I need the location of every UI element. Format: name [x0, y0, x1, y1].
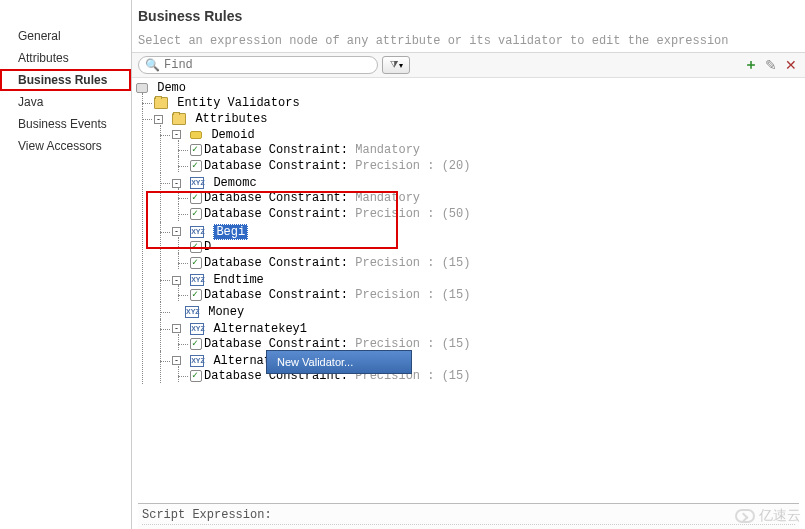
check-icon [190, 144, 202, 156]
collapse-toggle[interactable]: - [172, 130, 181, 139]
add-button[interactable]: ＋ [743, 57, 759, 73]
sidebar-item-attributes[interactable]: Attributes [0, 47, 131, 69]
tree-area[interactable]: Demo Entity Validators - Attributes [132, 78, 805, 499]
tree-attr-money[interactable]: XYZ Money [172, 304, 801, 320]
collapse-toggle[interactable]: - [172, 324, 181, 333]
filter-button[interactable]: ⧩ ▾ [382, 56, 410, 74]
sidebar-item-business-rules[interactable]: Business Rules [0, 69, 131, 91]
search-box[interactable]: 🔍 [138, 56, 378, 74]
tree-constraint[interactable]: Database Constraint: Precision : (15) [190, 255, 801, 271]
sidebar: General Attributes Business Rules Java B… [0, 0, 132, 529]
tree-attr-demoid[interactable]: - Demoid Database Constraint: Mandatory … [172, 127, 801, 176]
toolbar: 🔍 ⧩ ▾ ＋ ✎ ✕ [132, 52, 805, 78]
check-icon [190, 257, 202, 269]
key-icon [190, 131, 202, 139]
edit-button[interactable]: ✎ [763, 57, 779, 73]
page-title: Business Rules [138, 8, 799, 24]
sidebar-item-business-events[interactable]: Business Events [0, 113, 131, 135]
search-icon: 🔍 [145, 58, 160, 72]
collapse-toggle[interactable]: - [154, 115, 163, 124]
tree-constraint[interactable]: Database Constraint: Precision : (20) [190, 158, 801, 174]
script-expression-title: Script Expression: [142, 508, 795, 525]
sidebar-item-view-accessors[interactable]: View Accessors [0, 135, 131, 157]
sidebar-item-java[interactable]: Java [0, 91, 131, 113]
tree-attr-alternatekey1[interactable]: - XYZ Alternatekey1 Database Constraint:… [172, 321, 801, 353]
tree-constraint[interactable]: Database Constraint: Precision : (15) [190, 287, 801, 303]
check-icon [190, 338, 202, 350]
menu-new-validator[interactable]: New Validator... [269, 353, 409, 371]
collapse-toggle[interactable]: - [172, 276, 181, 285]
funnel-icon: ⧩ [390, 59, 398, 71]
collapse-toggle[interactable]: - [172, 179, 181, 188]
script-expression-panel: Script Expression: [138, 503, 799, 529]
main-panel: Business Rules Select an expression node… [132, 0, 805, 529]
xyz-icon: XYZ [190, 177, 204, 189]
page-subtitle: Select an expression node of any attribu… [138, 34, 799, 48]
delete-button[interactable]: ✕ [783, 57, 799, 73]
xyz-icon: XYZ [185, 306, 199, 318]
context-menu: New Validator... [266, 350, 412, 374]
folder-icon [154, 97, 168, 109]
collapse-toggle[interactable]: - [172, 356, 181, 365]
xyz-icon: XYZ [190, 355, 204, 367]
xyz-icon: XYZ [190, 274, 204, 286]
check-icon [190, 370, 202, 382]
tree-constraint[interactable]: Database Constraint: Mandatory [190, 142, 801, 158]
folder-icon [172, 113, 186, 125]
sidebar-item-general[interactable]: General [0, 25, 131, 47]
check-icon [190, 289, 202, 301]
xyz-icon: XYZ [190, 323, 204, 335]
tree-attr-endtime[interactable]: - XYZ Endtime Database Constraint: Preci… [172, 272, 801, 304]
check-icon [190, 160, 202, 172]
entity-icon [136, 83, 148, 93]
search-input[interactable] [164, 58, 364, 72]
tree-entity-validators[interactable]: Entity Validators [154, 95, 801, 111]
highlight-box [146, 191, 398, 249]
